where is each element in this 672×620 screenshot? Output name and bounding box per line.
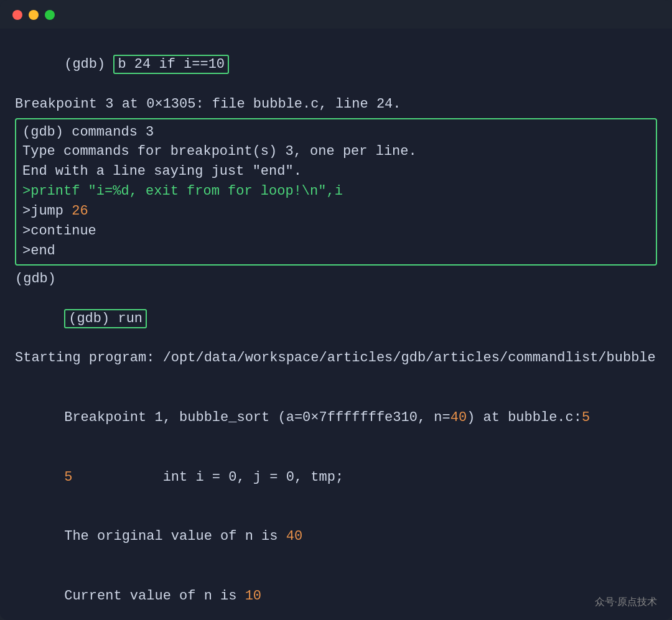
code-line-5: 5 int i = 0, j = 0, tmp; [15,448,657,507]
minimize-button[interactable] [29,10,39,20]
commands-continue: >continue [22,221,650,241]
original-value: The original value of n is 40 [15,507,657,567]
gdb-prompt-2: (gdb) [15,269,657,289]
commands-end: >end [22,241,650,261]
commands-type-hint: Type commands for breakpoint(s) 3, one p… [22,142,650,162]
terminal-window: (gdb) b 24 if i==10 Breakpoint 3 at 0×13… [0,0,672,620]
gdb-command-1: (gdb) b 24 if i==10 [15,35,657,95]
commands-printf: >printf "i=%d, exit from for loop!\n",i [22,182,650,201]
commands-jump: >jump 26 [22,201,650,221]
commands-end-hint: End with a line saying just "end". [22,162,650,182]
close-button[interactable] [12,10,22,20]
maximize-button[interactable] [45,10,55,20]
current-value-n: Current value of n is 10 [15,567,657,620]
titlebar [0,0,672,29]
prompt-text: (gdb) [64,57,113,72]
blank-1 [15,368,657,388]
terminal-content: (gdb) b 24 if i==10 Breakpoint 3 at 0×13… [0,29,672,620]
watermark: 众号·原点技术 [595,595,657,609]
run-command-box: (gdb) run [64,309,147,328]
commands-prompt: (gdb) commands 3 [22,123,650,142]
commands-block: (gdb) commands 3 Type commands for break… [15,118,657,266]
command-box: b 24 if i==10 [113,55,229,74]
starting-program: Starting program: /opt/data/workspace/ar… [15,348,657,368]
breakpoint-3-addr: Breakpoint 3 at 0×1305: file bubble.c, l… [15,95,657,114]
breakpoint-1: Breakpoint 1, bubble_sort (a=0×7fffffffe… [15,388,657,448]
gdb-run-command: (gdb) run [15,289,657,349]
